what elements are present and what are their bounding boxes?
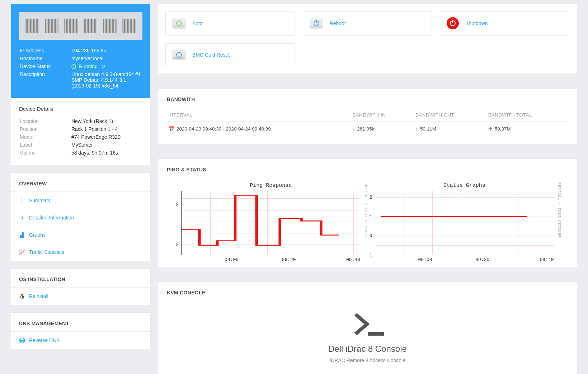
drive-icon — [172, 49, 186, 60]
kvm-subtitle: iDRAC Remote 8 Access Console — [167, 358, 568, 363]
info-icon: i — [19, 198, 25, 203]
label-value: MyServer — [71, 141, 142, 148]
ping-ytick-1: 3 — [176, 202, 182, 208]
label-label: Label — [20, 141, 71, 148]
col-bw-in: BANDWITH IN — [351, 109, 414, 122]
ping-ytick-0: 2 — [176, 242, 182, 247]
status-chart: Status Graphs -1 0 1 2 09:00 09:20 — [375, 183, 554, 255]
col-bw-out: BANDWITH OUT — [414, 109, 487, 122]
nav-reverse-dns-label: Reverse DNS — [29, 337, 60, 343]
globe-icon: 🌐 — [19, 337, 25, 343]
ping-xtick-0: 09:00 — [225, 255, 239, 262]
location-value: New York (Rack 1) — [71, 118, 142, 125]
status-xtick-2: 09:40 — [540, 255, 554, 262]
status-chart-title: Status Graphs — [375, 183, 554, 189]
bandwidth-row: 📅2020-04-23 09:40:39 - 2020-04-24 09:40:… — [167, 122, 568, 136]
col-interval: INTERVAL — [167, 109, 351, 122]
overview-heading: OVERVIEW — [11, 173, 150, 191]
status-ytick-1: 0 — [370, 233, 375, 238]
shutdown-label: Shutdown — [465, 20, 488, 26]
dns-panel: DNS MANAGEMENT 🌐 Reverse DNS — [11, 312, 151, 349]
location-label: Location — [20, 118, 71, 125]
plus-icon: ✚ — [488, 126, 493, 132]
uptime-label: Uptime — [20, 149, 71, 156]
nav-traffic-label: Traffic Statistics — [29, 249, 64, 255]
ping-xtick-1: 09:20 — [282, 255, 296, 262]
linux-icon: 🐧 — [19, 293, 25, 299]
shutdown-button[interactable]: Shutdown — [440, 11, 569, 35]
bw-interval: 2020-04-23 09:40:39 - 2020-04-24 09:40:3… — [177, 126, 271, 132]
bw-total: 59.37M — [495, 126, 511, 132]
nav-graphs[interactable]: ▟ Graphs — [11, 226, 150, 243]
hostname-label: Hostname — [20, 55, 71, 62]
status-xtick-0: 09:00 — [418, 255, 432, 262]
nav-reinstall-label: Reinstall — [29, 293, 48, 299]
bw-out: 59.11M — [420, 126, 436, 132]
kvm-heading: KVM CONSOLE — [167, 290, 568, 295]
nav-reverse-dns[interactable]: 🌐 Reverse DNS — [11, 332, 150, 349]
bmc-cold-reset-button[interactable]: BMC Cold Reset — [165, 43, 295, 66]
kvm-panel: KVM CONSOLE Dell iDrac 8 Console iDRAC R… — [158, 281, 577, 374]
description-value: Linux debian 4.9.0-8-amd64 #1 SMP Debian… — [71, 71, 142, 89]
status-ytick-2: 1 — [370, 214, 375, 219]
status-ring-icon — [71, 64, 76, 69]
col-bw-total: BANDWITH TOTAL — [487, 109, 568, 122]
hostname-value: myserver.local — [71, 55, 142, 62]
status-xtick-1: 09:20 — [475, 255, 489, 262]
ip-value: 104.236.166.95 — [71, 47, 142, 54]
drive-icon — [172, 18, 186, 29]
status-plot — [375, 191, 554, 255]
nav-detailed-information[interactable]: ℹ Detailed Information — [11, 209, 150, 226]
reset-icon — [176, 52, 182, 58]
status-label: Device Status — [20, 63, 71, 70]
boot-label: Boot — [192, 20, 203, 26]
terminal-icon — [350, 313, 386, 339]
boot-button[interactable]: Boot — [165, 11, 295, 35]
status-text: Running — [79, 63, 98, 69]
info-circle-icon: ℹ — [19, 215, 25, 221]
overview-nav-panel: OVERVIEW i Summary ℹ Detailed Informatio… — [11, 172, 151, 261]
arrow-down-icon: ↓ — [352, 126, 355, 132]
bandwidth-heading: BANDWITH — [167, 96, 568, 102]
reboot-button[interactable]: Reboot — [303, 11, 432, 35]
ping-status-heading: PING & STATUS — [167, 167, 568, 172]
os-install-panel: OS INSTALLATION 🐧 Reinstall — [11, 268, 151, 305]
ping-status-panel: PING & STATUS Ping Response 2 3 09:00 — [158, 158, 577, 267]
status-ytick-0: -1 — [367, 252, 375, 258]
nav-detailed-label: Detailed Information — [29, 215, 74, 221]
os-install-heading: OS INSTALLATION — [11, 269, 150, 287]
status-side-label: RRDTOOL / TOBI OETIKER — [557, 183, 561, 255]
dns-heading: DNS MANAGEMENT — [11, 313, 150, 331]
position-label: Position — [20, 126, 71, 133]
status-ytick-3: 2 — [370, 194, 375, 200]
nav-reinstall[interactable]: 🐧 Reinstall — [11, 288, 150, 305]
area-chart-icon: ▟ — [19, 232, 25, 238]
model-value: #74 PowerEdge R320 — [71, 133, 142, 141]
drive-icon — [310, 18, 323, 29]
reboot-icon — [314, 20, 319, 26]
description-label: Description — [20, 71, 71, 89]
status-chart-area: -1 0 1 2 09:00 09:20 09:40 — [375, 191, 554, 255]
calendar-icon: 📅 — [168, 126, 174, 132]
reboot-label: Reboot — [330, 20, 346, 26]
ping-xtick-2: 09:40 — [346, 255, 360, 262]
power-actions-panel: Boot Reboot Shutdown BMC Cold Reset — [158, 4, 577, 74]
nav-traffic-statistics[interactable]: 📈 Traffic Statistics — [11, 243, 150, 261]
ping-chart-title: Ping Response — [181, 183, 361, 189]
ping-side-label: RRDTOOL / TOBI OETIKER — [364, 183, 368, 255]
ping-chart: Ping Response 2 3 09:00 09:20 09:40 — [181, 183, 361, 255]
device-details-heading: Device Details — [19, 106, 142, 112]
shutdown-icon — [447, 17, 459, 29]
ping-plot — [182, 191, 361, 255]
bw-in: 261.05k — [357, 126, 374, 132]
kvm-title: Dell iDrac 8 Console — [167, 344, 568, 354]
line-chart-icon: 📈 — [19, 249, 25, 255]
bandwidth-panel: BANDWITH INTERVAL BANDWITH IN BANDWITH O… — [158, 88, 577, 144]
svg-rect-0 — [368, 332, 384, 336]
ping-chart-area: 2 3 09:00 09:20 09:40 — [181, 191, 361, 255]
arrow-up-icon: ↑ — [415, 126, 418, 132]
nav-summary[interactable]: i Summary — [11, 192, 150, 209]
server-image — [19, 12, 142, 40]
uptime-value: 58 days, 9h 07m 16s — [71, 149, 142, 156]
refresh-icon[interactable] — [99, 63, 105, 69]
